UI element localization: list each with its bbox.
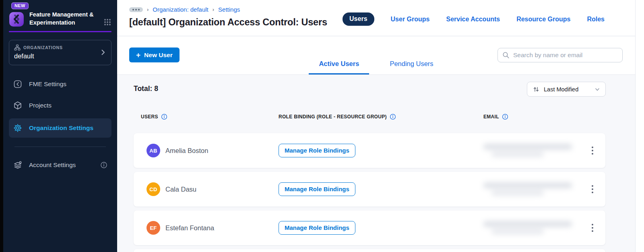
row-menu-icon[interactable] <box>589 183 596 196</box>
gear-icon <box>13 123 23 133</box>
sidebar-item-fme-settings[interactable]: FME Settings <box>9 76 111 93</box>
org-selector-label: ORGANIZATIONS <box>23 45 63 50</box>
row-menu-icon[interactable] <box>589 144 596 157</box>
app-window: NEW Feature Management & Experimentation <box>0 0 644 252</box>
sidebar-item-label: Account Settings <box>29 161 76 169</box>
redacted-email <box>483 219 577 236</box>
sort-arrows-icon <box>533 86 540 93</box>
new-user-button-label: New User <box>144 52 173 59</box>
table-row: AB Amelia Boston Manage Role Bindings <box>134 133 605 168</box>
sidebar-header: NEW Feature Management & Experimentation <box>3 0 117 27</box>
manage-role-bindings-button[interactable]: Manage Role Bindings <box>279 221 355 235</box>
table-row: EF Estefan Fontana Manage Role Bindings <box>134 211 605 245</box>
sidebar-item-label: FME Settings <box>29 81 66 88</box>
table-row-partial <box>134 249 605 252</box>
redacted-email <box>483 142 577 159</box>
tab-service-accounts[interactable]: Service Accounts <box>446 16 500 23</box>
main-content: › Organization: default › Settings [defa… <box>117 0 635 252</box>
org-selector-value: default <box>14 52 100 60</box>
user-name: Amelia Boston <box>165 147 208 155</box>
access-control-tabs: Users User Groups Service Accounts Resou… <box>343 12 605 26</box>
sort-dropdown-value: Last Modified <box>544 86 590 93</box>
breadcrumb-ellipsis[interactable] <box>129 7 143 12</box>
sidebar-item-account-settings[interactable]: Account Settings <box>9 157 111 174</box>
tab-resource-groups[interactable]: Resource Groups <box>516 16 570 23</box>
avatar: CD <box>147 182 160 196</box>
breadcrumb-separator: › <box>213 6 214 12</box>
total-count: Total: 8 <box>134 85 158 93</box>
row-menu-icon[interactable] <box>589 221 596 235</box>
users-table: Total: 8 Last Modified USERS <box>117 75 635 252</box>
chevron-down-icon <box>594 87 600 92</box>
info-icon[interactable] <box>161 114 167 120</box>
breadcrumb-link-organization[interactable]: Organization: default <box>153 6 208 13</box>
sidebar-divider <box>14 147 106 147</box>
table-row: CD Cala Dasu Manage Role Bindings <box>134 172 605 207</box>
info-icon[interactable] <box>390 114 396 120</box>
tab-user-groups[interactable]: User Groups <box>391 16 430 23</box>
tab-roles[interactable]: Roles <box>587 16 605 23</box>
toolbar: + New User Active Users Pending Users <box>117 36 635 75</box>
user-rows: AB Amelia Boston Manage Role Bindings CD… <box>134 133 605 252</box>
user-name: Estefan Fontana <box>165 224 214 232</box>
plus-icon: + <box>136 51 140 59</box>
product-title: Feature Management & Experimentation <box>29 10 103 27</box>
table-column-headers: USERS ROLE BINDING (ROLE - RESOURCE GROU… <box>134 114 605 121</box>
tab-users[interactable]: Users <box>343 12 374 26</box>
column-header-users: USERS <box>141 114 158 120</box>
tab-active-users[interactable]: Active Users <box>309 60 369 74</box>
sidebar: NEW Feature Management & Experimentation <box>3 0 117 252</box>
sidebar-item-label: Projects <box>29 102 52 109</box>
sidebar-item-label: Organization Settings <box>29 124 93 132</box>
new-badge: NEW <box>11 2 29 9</box>
fme-settings-icon <box>13 79 23 89</box>
column-header-role-binding: ROLE BINDING (ROLE - RESOURCE GROUP) <box>279 114 387 120</box>
redacted-email <box>483 181 577 198</box>
sidebar-nav: FME Settings Projects <box>3 76 117 174</box>
search-input[interactable] <box>513 52 618 59</box>
brand-accent-divider <box>9 31 111 32</box>
right-gutter <box>635 0 644 252</box>
app-switcher-icon[interactable] <box>103 18 111 26</box>
info-icon[interactable] <box>100 161 107 169</box>
user-name: Cala Dasu <box>165 186 196 193</box>
cube-icon <box>13 101 23 110</box>
tab-pending-users[interactable]: Pending Users <box>380 60 443 74</box>
chevron-right-icon <box>100 49 106 56</box>
manage-role-bindings-button[interactable]: Manage Role Bindings <box>279 182 355 196</box>
manage-role-bindings-button[interactable]: Manage Role Bindings <box>279 144 355 157</box>
layers-gear-icon <box>13 160 23 170</box>
sort-dropdown[interactable]: Last Modified <box>527 82 606 97</box>
sidebar-item-organization-settings[interactable]: Organization Settings <box>9 118 111 138</box>
avatar: EF <box>147 221 160 235</box>
search-field <box>497 48 623 62</box>
column-header-email: EMAIL <box>483 114 499 120</box>
org-hierarchy-icon <box>14 44 21 51</box>
breadcrumb-separator: › <box>147 6 149 12</box>
avatar: AB <box>147 144 160 157</box>
screen-edge <box>0 0 3 252</box>
breadcrumb: › Organization: default › Settings <box>129 6 240 13</box>
info-icon[interactable] <box>502 114 508 120</box>
organization-selector[interactable]: ORGANIZATIONS default <box>9 40 111 65</box>
search-icon <box>502 52 510 59</box>
sidebar-item-projects[interactable]: Projects <box>9 97 111 114</box>
page-title: [default] Organization Access Control: U… <box>129 17 327 28</box>
fme-logo-icon <box>9 12 24 27</box>
page-header: › Organization: default › Settings [defa… <box>117 0 635 36</box>
breadcrumb-link-settings[interactable]: Settings <box>218 6 240 13</box>
